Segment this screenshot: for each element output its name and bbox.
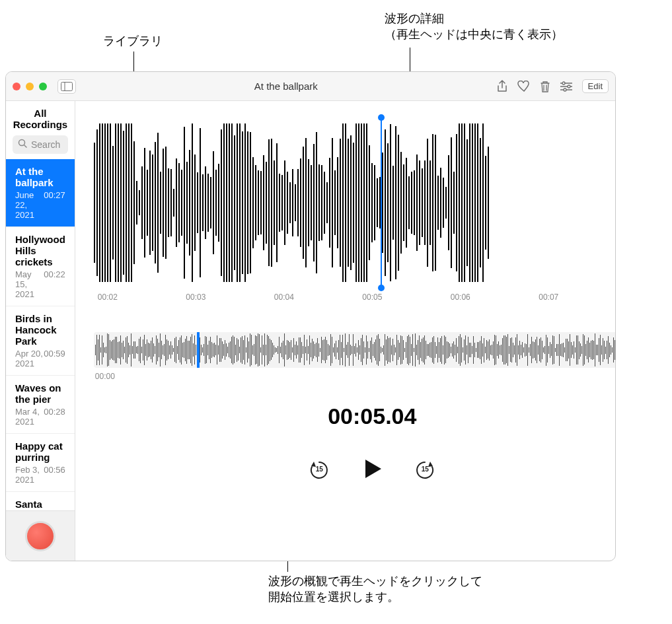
overview-bar	[262, 335, 262, 365]
overview-bar	[110, 340, 110, 359]
waveform-detail[interactable]: 00:0200:0300:0400:0500:0600:0700:08	[94, 117, 616, 308]
waveform-bar	[406, 158, 407, 247]
settings-button[interactable]	[560, 81, 573, 92]
waveform-bar	[321, 165, 322, 240]
overview-bar	[595, 333, 595, 366]
overview-bar	[429, 343, 430, 358]
overview-bar	[132, 346, 133, 353]
overview-bar	[592, 340, 593, 361]
waveform-bar	[260, 171, 262, 234]
minimize-window-button[interactable]	[26, 83, 34, 90]
delete-button[interactable]	[540, 80, 550, 93]
recording-date: May 15, 2021	[15, 269, 44, 299]
waveform-bar	[311, 165, 312, 241]
recording-date: Apr 20, 2021	[15, 349, 44, 368]
play-button[interactable]	[360, 457, 384, 483]
overview-bar	[412, 334, 413, 366]
overview-bar	[474, 343, 475, 357]
callout-text: 波形の概観で再生ヘッドをクリックして 開始位置を選択します。	[268, 574, 482, 604]
recording-item[interactable]: Hollywood Hills cricketsMay 15, 202100:2…	[6, 227, 75, 306]
overview-bar	[165, 335, 166, 366]
overview-bar	[367, 341, 368, 359]
overview-bar	[537, 337, 537, 364]
maximize-window-button[interactable]	[39, 83, 47, 90]
overview-bar	[229, 343, 229, 358]
overview-bar	[480, 341, 480, 359]
waveform-bar	[400, 152, 402, 254]
overview-bar	[332, 337, 332, 364]
share-button[interactable]	[496, 80, 508, 93]
overview-bar	[392, 339, 393, 362]
time-axis: 00:0200:0300:0400:0500:0600:0700:08	[94, 293, 616, 308]
waveform-bar	[480, 138, 481, 267]
skip-back-button[interactable]: 15	[309, 460, 330, 481]
playhead[interactable]	[381, 117, 382, 289]
overview-bar	[435, 342, 435, 358]
waveform-bar	[289, 182, 291, 223]
overview-playhead[interactable]	[197, 332, 200, 368]
sidebar-toggle-button[interactable]	[57, 79, 76, 94]
waveform-overview[interactable]	[94, 332, 616, 368]
overview-bar	[252, 345, 253, 355]
overview-bar	[519, 341, 520, 359]
waveform-bar	[170, 169, 172, 236]
overview-bar	[362, 335, 363, 366]
overview-bar	[296, 341, 297, 358]
waveform-bar	[445, 187, 447, 219]
overview-bar	[492, 345, 492, 355]
overview-bar	[613, 337, 614, 363]
overview-bar	[562, 343, 562, 357]
waveform-bar	[223, 123, 225, 282]
waveform-bar	[429, 160, 431, 244]
close-window-button[interactable]	[13, 83, 20, 90]
recording-item[interactable]: At the ballparkJune 22, 202100:27	[6, 159, 75, 227]
overview-bar	[607, 341, 607, 359]
overview-bar	[345, 333, 346, 366]
overview-bar	[514, 345, 515, 355]
recording-name: Santa Monica Beach	[15, 499, 65, 510]
waveform-bar	[464, 123, 465, 282]
overview-bar	[538, 345, 539, 355]
record-button[interactable]	[25, 521, 56, 551]
overview-bar	[563, 343, 564, 357]
waveform-bar	[318, 164, 320, 242]
edit-button[interactable]: Edit	[582, 79, 609, 93]
overview-bar	[194, 335, 195, 365]
overview-bar	[470, 343, 471, 357]
overview-bar	[155, 346, 155, 355]
overview-bar	[353, 334, 354, 366]
favorite-button[interactable]	[517, 81, 531, 92]
overview-bar	[119, 341, 120, 359]
waveform-bar	[398, 135, 399, 271]
recording-date: June 22, 2021	[15, 190, 44, 220]
recording-meta: June 22, 202100:27	[15, 190, 65, 220]
overview-bar	[478, 342, 479, 358]
overview-bar	[352, 346, 352, 354]
overview-bar	[445, 337, 446, 363]
recording-item[interactable]: Santa Monica BeachJan 24, 202102:12	[6, 492, 75, 510]
overview-bar	[233, 335, 233, 364]
overview-bar	[300, 337, 301, 363]
waveform-bar	[353, 143, 354, 262]
waveform-bar	[456, 134, 457, 271]
overview-bar	[382, 348, 383, 352]
waveform-bar	[229, 123, 230, 282]
overview-bar	[295, 345, 295, 355]
skip-forward-button[interactable]: 15	[414, 460, 435, 481]
overview-bar	[214, 343, 215, 357]
overview-bar	[100, 347, 101, 353]
overview-bar	[494, 335, 495, 365]
recording-item[interactable]: Happy cat purringFeb 3, 202100:56	[6, 434, 75, 492]
waveform-bar	[226, 123, 227, 282]
overview-bar	[611, 345, 611, 355]
overview-bar	[374, 342, 375, 357]
recording-item[interactable]: Waves on the pierMar 4, 202100:28	[6, 376, 75, 434]
waveform-bar	[443, 178, 444, 228]
overview-bar	[373, 344, 373, 357]
overview-bar	[260, 347, 261, 352]
overview-bar	[385, 334, 385, 365]
record-bar	[6, 510, 75, 561]
overview-bar	[534, 342, 535, 357]
waveform-bar	[366, 123, 367, 282]
recording-item[interactable]: Birds in Hancock ParkApr 20, 202100:59	[6, 306, 75, 376]
